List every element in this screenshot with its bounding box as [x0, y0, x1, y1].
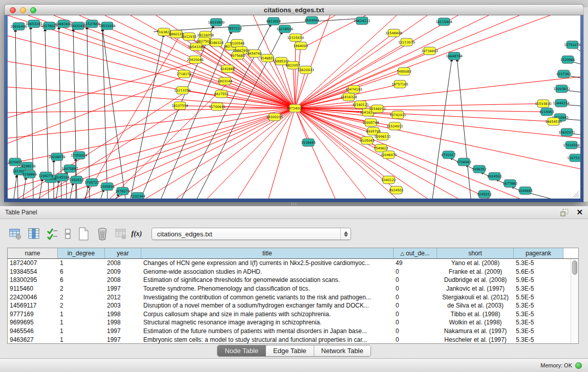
graph-node[interactable]: 1395816 [100, 183, 114, 190]
table-cell[interactable]: 9699695 [8, 319, 58, 326]
table-cell[interactable]: 22420046 [8, 294, 58, 301]
graph-node[interactable]: 11593830 [535, 100, 552, 107]
graph-node[interactable]: 7857223 [227, 25, 242, 32]
table-cell[interactable]: 0 [394, 276, 437, 283]
network-canvas[interactable]: 2069140610653287152760216966160020931436… [8, 15, 580, 199]
column-header-short[interactable]: short [437, 248, 514, 258]
table-selector-dropdown[interactable]: citations_edges.txt [151, 228, 351, 240]
function-builder-button[interactable]: f(x) [132, 227, 141, 241]
graph-node[interactable]: 11816328 [340, 93, 357, 101]
table-cell[interactable]: 2008 [105, 259, 141, 267]
table-cell[interactable]: Hescheler et al. (1997) [437, 336, 514, 343]
select-columns-button[interactable] [45, 227, 59, 241]
graph-node[interactable]: 11524911 [386, 122, 403, 130]
graph-node[interactable]: 9329966 [560, 56, 575, 63]
graph-node[interactable]: 8912935 [182, 33, 196, 40]
graph-node[interactable]: 8593044 [304, 16, 319, 24]
graph-node[interactable]: 12213356 [174, 86, 191, 94]
show-columns-button[interactable] [27, 227, 41, 241]
graph-node[interactable]: 9105943 [360, 137, 374, 144]
table-cell[interactable]: 1 [58, 336, 105, 343]
window-titlebar[interactable]: citations_edges.txt [4, 4, 584, 15]
graph-node[interactable]: 18757165 [391, 80, 408, 88]
table-cell[interactable]: 5.3E-5 [514, 302, 563, 309]
table-cell[interactable]: Dudbridge et al. (2008) [437, 276, 514, 283]
table-cell[interactable]: 1 [58, 319, 105, 326]
table-cell[interactable]: Disruption of a novel member of a sodium… [141, 302, 394, 309]
table-cell[interactable]: 18300295 [8, 276, 58, 283]
table-cell[interactable]: 14569117 [8, 302, 58, 309]
table-cell[interactable]: Franke et al. (2009) [437, 268, 514, 275]
float-panel-icon[interactable] [560, 209, 569, 216]
graph-node[interactable]: 8215953 [539, 108, 554, 116]
minimize-window-button[interactable] [20, 7, 26, 13]
table-cell[interactable]: 5.3E-5 [514, 259, 563, 267]
table-cell[interactable]: 1998 [105, 319, 141, 326]
graph-node[interactable]: 8924501 [389, 186, 403, 194]
graph-node[interactable]: 10474183 [345, 85, 362, 93]
column-header-year[interactable]: year [105, 248, 141, 258]
network-graph[interactable]: 2069140610653287152760216966160020931436… [8, 15, 580, 199]
table-cell[interactable]: 5.6E-5 [514, 268, 563, 275]
graph-node[interactable]: 1292344 [130, 192, 145, 199]
delete-column-button[interactable] [95, 227, 110, 241]
graph-node[interactable]: 10653287 [26, 20, 42, 28]
table-cell[interactable]: Estimation of significance thresholds fo… [141, 276, 394, 283]
table-cell[interactable]: Tourette syndrome. Phenomenology and cla… [141, 285, 394, 292]
table-cell[interactable]: 0 [394, 336, 437, 343]
table-cell[interactable]: 0 [394, 319, 437, 326]
graph-node[interactable]: 22046971 [380, 151, 397, 159]
graph-node[interactable]: 19218506 [276, 25, 293, 33]
tab-node-table[interactable]: Node Table [217, 345, 266, 356]
graph-node[interactable]: 9100546 [230, 39, 244, 47]
table-cell[interactable]: 9115460 [8, 285, 58, 292]
table-cell[interactable]: 1 [58, 259, 105, 267]
graph-node[interactable]: 1096352 [472, 165, 486, 173]
canvas-resize-grip-icon[interactable] [577, 195, 579, 198]
table-cell[interactable]: de Silva et al. (2003) [437, 302, 514, 309]
graph-node[interactable]: 8186328 [209, 39, 223, 47]
graph-node[interactable]: 9227343 [556, 70, 571, 78]
graph-node[interactable]: 1678275 [115, 187, 129, 195]
table-cell[interactable]: 1997 [105, 327, 141, 335]
table-cell[interactable]: Stergiakouli et al. (2012) [437, 294, 514, 301]
graph-node[interactable]: 6791917 [441, 151, 455, 159]
graph-node[interactable]: 17359924 [71, 151, 88, 159]
graph-node[interactable]: 1518445 [301, 139, 315, 146]
vertical-scrollbar[interactable] [571, 259, 578, 343]
column-header-title[interactable]: title [141, 248, 394, 258]
graph-node[interactable]: 12325419 [287, 34, 304, 41]
tab-edge-table[interactable]: Edge Table [266, 345, 314, 356]
table-cell[interactable]: Tibbo et al. (1998) [437, 311, 514, 318]
graph-node[interactable]: 9245012 [477, 190, 491, 198]
graph-node[interactable]: 8813054 [266, 17, 280, 25]
table-cell[interactable]: 1 [58, 311, 105, 318]
table-cell[interactable]: 0 [394, 327, 437, 335]
table-cell[interactable]: Changes of HCN gene expression and I(f) … [141, 259, 394, 267]
table-cell[interactable]: Jankovic et al. (1997) [437, 285, 514, 292]
table-cell[interactable]: Genome-wide association studies in ADHD. [141, 268, 394, 275]
graph-node[interactable]: 1864093 [293, 42, 308, 50]
graph-node[interactable]: 1156869 [22, 170, 36, 178]
close-panel-icon[interactable]: ✕ [576, 209, 583, 216]
graph-node[interactable]: 12213979 [398, 38, 415, 46]
table-row[interactable]: 1872400712008Changes of HCN gene express… [8, 259, 578, 268]
graph-node[interactable]: 18300295 [266, 113, 283, 121]
graph-node[interactable]: 9340122 [381, 176, 396, 184]
graph-node[interactable]: 1145194 [55, 173, 69, 181]
graph-node[interactable]: 11527602 [83, 20, 100, 28]
table-cell[interactable]: 2009 [105, 268, 141, 275]
table-cell[interactable]: 19384554 [8, 268, 58, 275]
graph-node[interactable]: 18724007 [287, 104, 303, 112]
graph-node[interactable]: 16115404 [435, 18, 452, 26]
table-cell[interactable]: Wolkin et al. (1998) [437, 319, 514, 326]
table-cell[interactable]: Investigating the contribution of common… [141, 294, 394, 301]
column-header-in_degree[interactable]: in_degree [58, 248, 105, 258]
table-cell[interactable]: 2 [58, 302, 105, 309]
graph-node[interactable]: 12444154 [553, 99, 570, 107]
table-cell[interactable]: 5.9E-5 [514, 276, 563, 283]
table-cell[interactable]: Yano et al. (2008) [437, 259, 514, 267]
graph-node[interactable]: 9975685 [230, 52, 245, 59]
table-cell[interactable]: Structural magnetic resonance image aver… [141, 319, 394, 326]
graph-node[interactable]: 10975887 [61, 165, 78, 172]
